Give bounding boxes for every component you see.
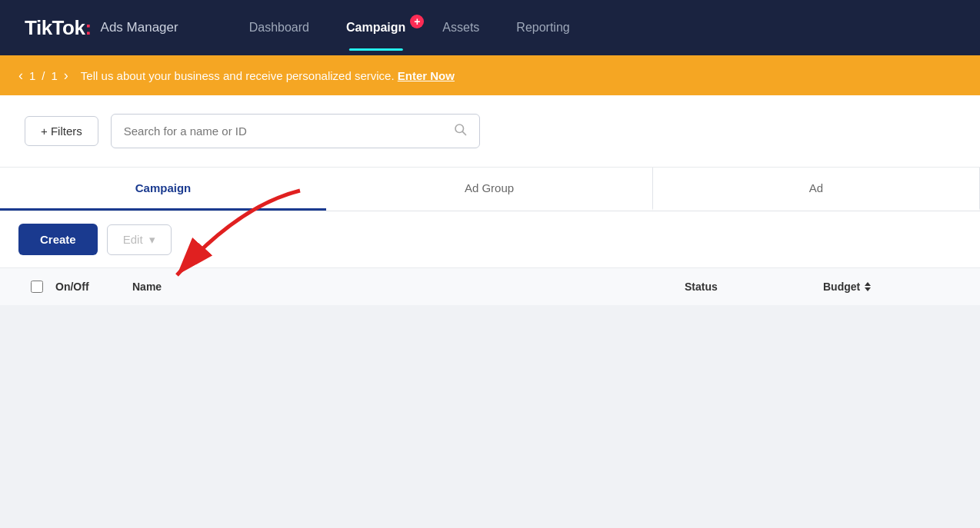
col-name: Name xyxy=(132,281,685,293)
nav-item-dashboard[interactable]: Dashboard xyxy=(234,15,325,41)
svg-line-1 xyxy=(462,131,465,134)
budget-sort-icon[interactable] xyxy=(863,281,872,292)
campaign-badge: + xyxy=(410,15,424,28)
col-on-off: On/Off xyxy=(55,281,132,293)
logo-area: TikTok: Ads Manager xyxy=(25,16,178,40)
nav-item-campaign-wrapper: Campaign + xyxy=(331,21,421,35)
svg-marker-4 xyxy=(865,287,871,291)
nav-item-campaign[interactable]: Campaign xyxy=(331,15,421,40)
edit-button-label: Edit xyxy=(123,233,143,246)
search-icon xyxy=(453,122,467,140)
edit-button[interactable]: Edit ▾ xyxy=(107,224,172,255)
filter-button[interactable]: + Filters xyxy=(25,116,98,146)
banner-page-total: 1 xyxy=(52,69,58,82)
tabs-row: Campaign Ad Group Ad xyxy=(0,168,980,211)
banner-page-separator: / xyxy=(42,69,45,82)
banner-cta-link[interactable]: Enter Now xyxy=(398,69,455,82)
col-budget: Budget xyxy=(823,281,962,293)
promo-banner: ‹ 1 / 1 › Tell us about your business an… xyxy=(0,55,980,95)
edit-dropdown-icon: ▾ xyxy=(149,233,155,247)
tab-campaign[interactable]: Campaign xyxy=(0,168,326,211)
banner-prev-arrow[interactable]: ‹ xyxy=(18,68,23,84)
search-input[interactable] xyxy=(124,125,447,138)
ads-manager-label: Ads Manager xyxy=(101,20,178,35)
tab-ad-group[interactable]: Ad Group xyxy=(326,168,653,211)
banner-message: Tell us about your business and receive … xyxy=(81,69,455,82)
create-button[interactable]: Create xyxy=(18,224,98,255)
banner-page-current: 1 xyxy=(29,69,35,82)
search-bar xyxy=(111,114,480,148)
main-content: + Filters Campaign Ad Group Ad Create Ed… xyxy=(0,95,980,305)
col-status: Status xyxy=(685,281,823,293)
main-nav: Dashboard Campaign + Assets Reporting xyxy=(234,15,585,41)
header: TikTok: Ads Manager Dashboard Campaign +… xyxy=(0,0,980,55)
tab-ad[interactable]: Ad xyxy=(653,168,980,211)
actions-row: Create Edit ▾ xyxy=(0,211,980,267)
table-select-all[interactable] xyxy=(18,281,55,293)
nav-item-assets[interactable]: Assets xyxy=(427,15,495,41)
nav-item-reporting[interactable]: Reporting xyxy=(501,15,585,41)
table-header: On/Off Name Status Budget xyxy=(0,267,980,305)
tabs-and-actions-section: Campaign Ad Group Ad Create Edit ▾ xyxy=(0,168,980,267)
svg-marker-3 xyxy=(865,282,871,286)
banner-nav: ‹ 1 / 1 › xyxy=(18,68,68,84)
banner-next-arrow[interactable]: › xyxy=(64,68,68,84)
logo-text: TikTok: xyxy=(25,16,92,40)
filter-bar: + Filters xyxy=(0,95,980,168)
select-all-checkbox[interactable] xyxy=(31,281,43,293)
